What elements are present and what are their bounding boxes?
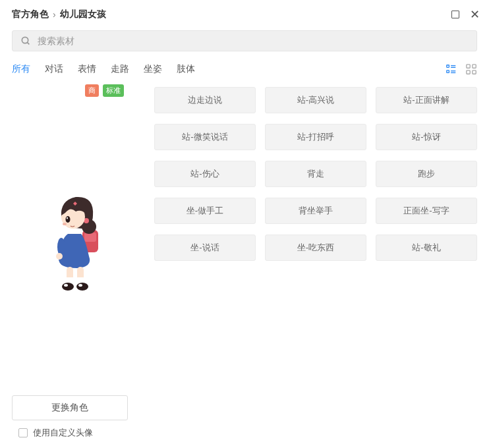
- search-icon: [20, 36, 31, 46]
- svg-rect-3: [447, 70, 449, 73]
- svg-point-27: [76, 283, 88, 291]
- character-preview: [48, 190, 107, 296]
- action-item[interactable]: 边走边说: [154, 87, 256, 113]
- svg-point-29: [78, 284, 82, 287]
- checkbox-icon[interactable]: [18, 428, 28, 437]
- filter-dialog[interactable]: 对话: [45, 63, 63, 75]
- badge-standard: 标准: [103, 84, 124, 97]
- svg-rect-9: [473, 65, 476, 68]
- action-item[interactable]: 站-高兴说: [265, 87, 366, 113]
- svg-point-17: [66, 216, 71, 223]
- close-icon[interactable]: ✕: [470, 7, 480, 22]
- action-item[interactable]: 站-微笑说话: [154, 124, 256, 150]
- filter-tabs: 所有 对话 表情 走路 坐姿 肢体: [12, 63, 195, 75]
- svg-point-19: [63, 223, 67, 225]
- action-grid: 边走边说 站-高兴说 站-正面讲解 站-微笑说话 站-打招呼 站-惊讶 站-伤心…: [154, 84, 477, 296]
- swap-character-button[interactable]: 更换角色: [12, 395, 128, 420]
- breadcrumb-root[interactable]: 官方角色: [12, 9, 49, 20]
- svg-rect-13: [84, 233, 96, 242]
- search-input[interactable]: [38, 36, 469, 46]
- svg-point-26: [62, 283, 74, 291]
- filter-all[interactable]: 所有: [12, 63, 30, 75]
- action-item[interactable]: 站-正面讲解: [376, 87, 477, 113]
- svg-rect-10: [467, 70, 470, 74]
- breadcrumb-current: 幼儿园女孩: [60, 9, 106, 20]
- breadcrumb-sep-icon: ›: [53, 9, 56, 20]
- action-item[interactable]: 背走: [265, 161, 366, 187]
- list-view-icon[interactable]: [446, 63, 457, 75]
- action-item[interactable]: 站-打招呼: [265, 124, 366, 150]
- maximize-icon[interactable]: [451, 11, 459, 18]
- badge-commercial: 商: [85, 84, 99, 97]
- custom-avatar-label: 使用自定义头像: [33, 427, 93, 439]
- action-item[interactable]: 坐-吃东西: [265, 235, 366, 261]
- svg-rect-2: [447, 65, 449, 68]
- svg-rect-8: [467, 65, 470, 68]
- svg-point-0: [22, 37, 28, 43]
- action-item[interactable]: 站-敬礼: [376, 235, 477, 261]
- svg-line-1: [27, 42, 29, 44]
- action-item[interactable]: 站-惊讶: [376, 124, 477, 150]
- custom-avatar-checkbox-row[interactable]: 使用自定义头像: [12, 427, 128, 439]
- search-input-wrapper[interactable]: [12, 30, 477, 51]
- svg-point-28: [64, 284, 68, 287]
- svg-point-18: [67, 217, 68, 219]
- filter-walk[interactable]: 走路: [111, 63, 129, 75]
- grid-view-icon[interactable]: [465, 63, 477, 75]
- filter-expression[interactable]: 表情: [78, 63, 96, 75]
- action-item[interactable]: 坐-做手工: [154, 198, 256, 224]
- action-item[interactable]: 站-伤心: [154, 161, 256, 187]
- svg-rect-11: [473, 70, 476, 74]
- action-item[interactable]: 背坐举手: [265, 198, 366, 224]
- action-item[interactable]: 坐-说话: [154, 235, 256, 261]
- action-item[interactable]: 跑步: [376, 161, 477, 187]
- svg-point-21: [56, 253, 63, 260]
- breadcrumb: 官方角色 › 幼儿园女孩: [12, 9, 106, 20]
- filter-body[interactable]: 肢体: [177, 63, 195, 75]
- action-item[interactable]: 正面坐-写字: [376, 198, 477, 224]
- filter-sit[interactable]: 坐姿: [144, 63, 162, 75]
